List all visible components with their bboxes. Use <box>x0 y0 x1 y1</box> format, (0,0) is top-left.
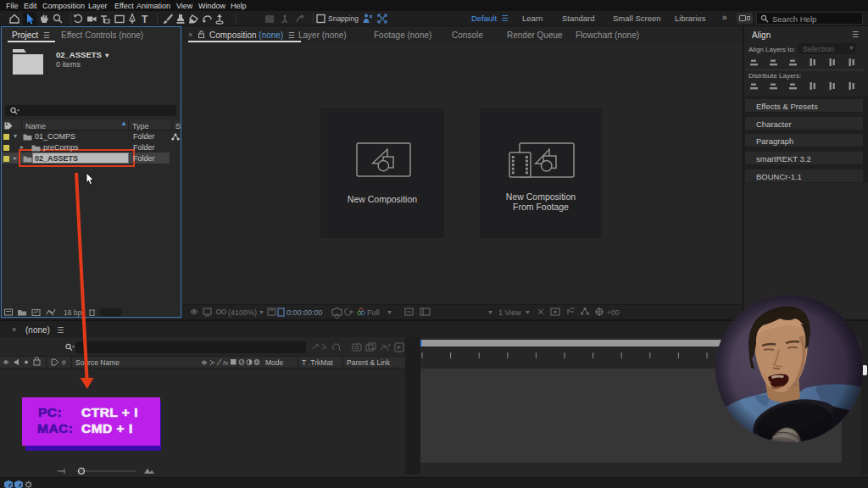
svg-text:T: T <box>302 358 306 367</box>
svg-text:Parent & Link: Parent & Link <box>347 358 391 367</box>
svg-text:▼: ▼ <box>387 309 392 315</box>
svg-text:#: # <box>62 358 66 367</box>
svg-text:T: T <box>142 14 148 25</box>
svg-text:.TrkMat: .TrkMat <box>309 358 333 367</box>
svg-text:▼: ▼ <box>487 309 493 315</box>
svg-text:1 View: 1 View <box>498 308 521 317</box>
svg-text:+00: +00 <box>607 308 620 317</box>
svg-text:fx: fx <box>223 359 229 367</box>
svg-text:▼: ▼ <box>525 309 531 315</box>
svg-text:Full: Full <box>367 308 380 317</box>
svg-text:▼: ▼ <box>259 309 264 315</box>
svg-text:0:00:00:00: 0:00:00:00 <box>287 308 323 317</box>
svg-text:Mode: Mode <box>265 358 284 367</box>
svg-text:Snapping: Snapping <box>328 14 359 23</box>
svg-text:(4100%): (4100%) <box>228 308 257 317</box>
